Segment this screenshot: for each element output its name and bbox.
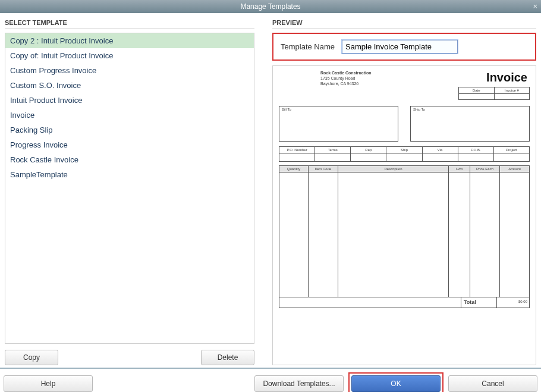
invoice-title: Invoice (458, 71, 527, 84)
invoice-info-cell (386, 153, 422, 162)
invoice-col-body (449, 173, 470, 297)
invoice-col-header: Quantity (279, 165, 309, 173)
template-item[interactable]: SampleTemplate (5, 167, 254, 182)
template-item[interactable]: Copy of: Intuit Product Invoice (5, 48, 254, 63)
invoice-date-value (458, 94, 495, 100)
invoice-addr2: Bayshore, CA 94326 (320, 81, 372, 87)
invoice-total-amount: $0.00 (496, 297, 530, 308)
template-item[interactable]: Packing Slip (5, 123, 254, 137)
invoice-company-name: Rock Castle Construction (320, 71, 372, 76)
invoice-info-col: Project (494, 146, 530, 153)
invoice-col-body (309, 173, 338, 297)
shipto-box: Ship To (410, 106, 530, 142)
invoice-col-header: U/M (449, 165, 470, 173)
template-list[interactable]: Copy 2 : Intuit Product InvoiceCopy of: … (5, 33, 254, 344)
delete-button[interactable]: Delete (201, 350, 254, 365)
help-button[interactable]: Help (4, 375, 93, 392)
template-name-input[interactable] (342, 40, 458, 54)
invoice-info-col: Rep (351, 146, 386, 153)
invoice-total-spacer (279, 297, 461, 308)
preview-panel: Rock Castle Construction 1735 County Roa… (272, 65, 536, 365)
invoice-col-header: Item Code (309, 165, 338, 173)
template-item[interactable]: Invoice (5, 108, 254, 123)
window-title: Manage Templates (240, 2, 300, 11)
invoice-info-col: P.O. Number (279, 146, 315, 153)
invoice-info-col: Ship (386, 146, 422, 153)
invoice-number-value (495, 94, 530, 100)
invoice-info-values (279, 153, 530, 162)
template-item[interactable]: Custom Progress Invoice (5, 63, 254, 78)
copy-button[interactable]: Copy (5, 350, 58, 365)
invoice-col-body (470, 173, 500, 297)
ok-highlight: OK (348, 372, 444, 392)
invoice-date-label: Date (458, 87, 495, 94)
ok-button[interactable]: OK (351, 375, 441, 392)
window-titlebar: Manage Templates × (0, 0, 541, 13)
download-templates-button[interactable]: Download Templates... (254, 375, 344, 392)
invoice-col-body (500, 173, 530, 297)
template-item[interactable]: Rock Castle Invoice (5, 152, 254, 167)
invoice-col-header: Description (338, 165, 449, 173)
invoice-info-header: P.O. NumberTermsRepShipViaF.O.B.Project (279, 146, 530, 153)
invoice-info-cell (458, 153, 494, 162)
select-template-header: SELECT TEMPLATE (5, 19, 254, 29)
invoice-info-col: F.O.B. (458, 146, 494, 153)
invoice-col-body (279, 173, 309, 297)
template-item[interactable]: Intuit Product Invoice (5, 93, 254, 108)
preview-header: PREVIEW (272, 19, 536, 29)
invoice-info-col: Terms (315, 146, 351, 153)
invoice-addr1: 1735 County Road (320, 76, 372, 81)
invoice-info-cell (423, 153, 458, 162)
dialog-footer: Help Download Templates... OK Cancel (0, 368, 541, 392)
billto-box: Bill To (279, 106, 398, 142)
invoice-info-cell (351, 153, 386, 162)
invoice-columns-body (279, 173, 530, 297)
invoice-col-header: Price Each (470, 165, 500, 173)
invoice-total-label: Total (461, 297, 496, 308)
invoice-info-cell (279, 153, 315, 162)
invoice-number-label: Invoice # (495, 87, 530, 94)
close-icon[interactable]: × (533, 0, 537, 13)
template-item[interactable]: Copy 2 : Intuit Product Invoice (5, 33, 254, 48)
invoice-info-cell (494, 153, 530, 162)
template-name-row: Template Name (272, 33, 536, 61)
invoice-col-header: Amount (500, 165, 530, 173)
invoice-info-col: Via (423, 146, 458, 153)
invoice-columns-header: QuantityItem CodeDescriptionU/MPrice Eac… (279, 165, 530, 173)
template-name-label: Template Name (281, 42, 335, 51)
cancel-button[interactable]: Cancel (448, 375, 537, 392)
invoice-col-body (338, 173, 449, 297)
invoice-info-cell (315, 153, 351, 162)
invoice-company-block: Rock Castle Construction 1735 County Roa… (320, 71, 372, 100)
template-item[interactable]: Custom S.O. Invoice (5, 78, 254, 93)
template-item[interactable]: Progress Invoice (5, 137, 254, 152)
